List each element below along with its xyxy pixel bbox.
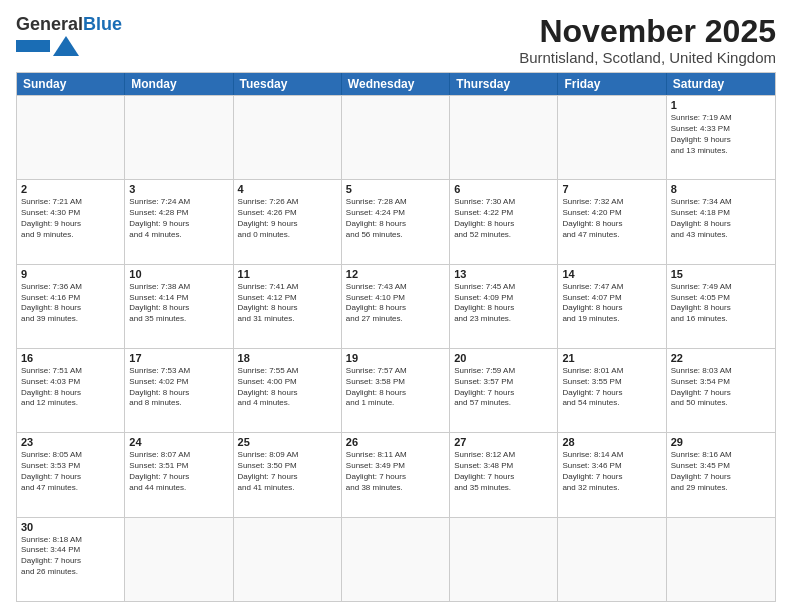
calendar-row-1: 2Sunrise: 7:21 AM Sunset: 4:30 PM Daylig… <box>17 179 775 263</box>
calendar-cell-2-5: 14Sunrise: 7:47 AM Sunset: 4:07 PM Dayli… <box>558 265 666 348</box>
calendar-cell-1-6: 8Sunrise: 7:34 AM Sunset: 4:18 PM Daylig… <box>667 180 775 263</box>
calendar-cell-1-2: 4Sunrise: 7:26 AM Sunset: 4:26 PM Daylig… <box>234 180 342 263</box>
day-info: Sunrise: 8:18 AM Sunset: 3:44 PM Dayligh… <box>21 535 120 578</box>
calendar-title: November 2025 <box>519 14 776 49</box>
day-number: 6 <box>454 183 553 195</box>
day-info: Sunrise: 7:30 AM Sunset: 4:22 PM Dayligh… <box>454 197 553 240</box>
day-info: Sunrise: 7:59 AM Sunset: 3:57 PM Dayligh… <box>454 366 553 409</box>
day-info: Sunrise: 7:24 AM Sunset: 4:28 PM Dayligh… <box>129 197 228 240</box>
day-info: Sunrise: 7:32 AM Sunset: 4:20 PM Dayligh… <box>562 197 661 240</box>
calendar-cell-0-3 <box>342 96 450 179</box>
calendar-cell-4-4: 27Sunrise: 8:12 AM Sunset: 3:48 PM Dayli… <box>450 433 558 516</box>
day-number: 14 <box>562 268 661 280</box>
calendar-cell-0-0 <box>17 96 125 179</box>
day-number: 18 <box>238 352 337 364</box>
day-number: 12 <box>346 268 445 280</box>
calendar-row-4: 23Sunrise: 8:05 AM Sunset: 3:53 PM Dayli… <box>17 432 775 516</box>
calendar-cell-4-6: 29Sunrise: 8:16 AM Sunset: 3:45 PM Dayli… <box>667 433 775 516</box>
calendar-cell-3-5: 21Sunrise: 8:01 AM Sunset: 3:55 PM Dayli… <box>558 349 666 432</box>
day-number: 13 <box>454 268 553 280</box>
calendar-cell-1-3: 5Sunrise: 7:28 AM Sunset: 4:24 PM Daylig… <box>342 180 450 263</box>
day-number: 25 <box>238 436 337 448</box>
calendar-subtitle: Burntisland, Scotland, United Kingdom <box>519 49 776 66</box>
calendar-cell-5-6 <box>667 518 775 601</box>
calendar-cell-1-1: 3Sunrise: 7:24 AM Sunset: 4:28 PM Daylig… <box>125 180 233 263</box>
header-sunday: Sunday <box>17 73 125 95</box>
day-number: 4 <box>238 183 337 195</box>
day-info: Sunrise: 7:38 AM Sunset: 4:14 PM Dayligh… <box>129 282 228 325</box>
calendar-cell-2-6: 15Sunrise: 7:49 AM Sunset: 4:05 PM Dayli… <box>667 265 775 348</box>
calendar-row-3: 16Sunrise: 7:51 AM Sunset: 4:03 PM Dayli… <box>17 348 775 432</box>
logo-icon-row <box>16 36 96 56</box>
day-info: Sunrise: 8:16 AM Sunset: 3:45 PM Dayligh… <box>671 450 771 493</box>
calendar-header: Sunday Monday Tuesday Wednesday Thursday… <box>17 73 775 95</box>
calendar-cell-4-0: 23Sunrise: 8:05 AM Sunset: 3:53 PM Dayli… <box>17 433 125 516</box>
calendar-cell-3-4: 20Sunrise: 7:59 AM Sunset: 3:57 PM Dayli… <box>450 349 558 432</box>
header: GeneralBlue November 2025 Burntisland, S… <box>16 14 776 66</box>
day-info: Sunrise: 7:26 AM Sunset: 4:26 PM Dayligh… <box>238 197 337 240</box>
day-number: 27 <box>454 436 553 448</box>
day-info: Sunrise: 7:53 AM Sunset: 4:02 PM Dayligh… <box>129 366 228 409</box>
calendar-cell-4-5: 28Sunrise: 8:14 AM Sunset: 3:46 PM Dayli… <box>558 433 666 516</box>
calendar-cell-3-3: 19Sunrise: 7:57 AM Sunset: 3:58 PM Dayli… <box>342 349 450 432</box>
day-number: 20 <box>454 352 553 364</box>
calendar-cell-1-5: 7Sunrise: 7:32 AM Sunset: 4:20 PM Daylig… <box>558 180 666 263</box>
day-number: 15 <box>671 268 771 280</box>
day-number: 16 <box>21 352 120 364</box>
day-number: 26 <box>346 436 445 448</box>
day-number: 24 <box>129 436 228 448</box>
blue-label: Blue <box>83 14 122 34</box>
day-number: 29 <box>671 436 771 448</box>
logo-triangle <box>53 36 79 56</box>
day-info: Sunrise: 8:14 AM Sunset: 3:46 PM Dayligh… <box>562 450 661 493</box>
day-info: Sunrise: 8:11 AM Sunset: 3:49 PM Dayligh… <box>346 450 445 493</box>
day-info: Sunrise: 7:51 AM Sunset: 4:03 PM Dayligh… <box>21 366 120 409</box>
page: GeneralBlue November 2025 Burntisland, S… <box>0 0 792 612</box>
logo-general-text: GeneralBlue <box>16 14 122 35</box>
calendar-row-2: 9Sunrise: 7:36 AM Sunset: 4:16 PM Daylig… <box>17 264 775 348</box>
day-number: 28 <box>562 436 661 448</box>
day-info: Sunrise: 7:28 AM Sunset: 4:24 PM Dayligh… <box>346 197 445 240</box>
calendar-cell-0-1 <box>125 96 233 179</box>
header-thursday: Thursday <box>450 73 558 95</box>
calendar-cell-0-2 <box>234 96 342 179</box>
calendar-cell-5-2 <box>234 518 342 601</box>
day-info: Sunrise: 8:01 AM Sunset: 3:55 PM Dayligh… <box>562 366 661 409</box>
day-info: Sunrise: 7:47 AM Sunset: 4:07 PM Dayligh… <box>562 282 661 325</box>
header-saturday: Saturday <box>667 73 775 95</box>
day-number: 7 <box>562 183 661 195</box>
calendar-cell-5-1 <box>125 518 233 601</box>
day-number: 1 <box>671 99 771 111</box>
calendar-cell-2-3: 12Sunrise: 7:43 AM Sunset: 4:10 PM Dayli… <box>342 265 450 348</box>
calendar-body: 1Sunrise: 7:19 AM Sunset: 4:33 PM Daylig… <box>17 95 775 601</box>
calendar-cell-2-1: 10Sunrise: 7:38 AM Sunset: 4:14 PM Dayli… <box>125 265 233 348</box>
calendar-cell-0-4 <box>450 96 558 179</box>
calendar: Sunday Monday Tuesday Wednesday Thursday… <box>16 72 776 602</box>
day-info: Sunrise: 8:09 AM Sunset: 3:50 PM Dayligh… <box>238 450 337 493</box>
day-number: 17 <box>129 352 228 364</box>
day-number: 9 <box>21 268 120 280</box>
day-info: Sunrise: 7:36 AM Sunset: 4:16 PM Dayligh… <box>21 282 120 325</box>
calendar-row-0: 1Sunrise: 7:19 AM Sunset: 4:33 PM Daylig… <box>17 95 775 179</box>
calendar-cell-4-3: 26Sunrise: 8:11 AM Sunset: 3:49 PM Dayli… <box>342 433 450 516</box>
calendar-cell-2-2: 11Sunrise: 7:41 AM Sunset: 4:12 PM Dayli… <box>234 265 342 348</box>
day-info: Sunrise: 7:41 AM Sunset: 4:12 PM Dayligh… <box>238 282 337 325</box>
calendar-row-5: 30Sunrise: 8:18 AM Sunset: 3:44 PM Dayli… <box>17 517 775 601</box>
calendar-cell-0-6: 1Sunrise: 7:19 AM Sunset: 4:33 PM Daylig… <box>667 96 775 179</box>
general-label: General <box>16 14 83 34</box>
day-info: Sunrise: 8:07 AM Sunset: 3:51 PM Dayligh… <box>129 450 228 493</box>
day-number: 10 <box>129 268 228 280</box>
day-info: Sunrise: 7:43 AM Sunset: 4:10 PM Dayligh… <box>346 282 445 325</box>
day-info: Sunrise: 7:19 AM Sunset: 4:33 PM Dayligh… <box>671 113 771 156</box>
calendar-cell-5-5 <box>558 518 666 601</box>
day-info: Sunrise: 8:05 AM Sunset: 3:53 PM Dayligh… <box>21 450 120 493</box>
logo-top: GeneralBlue <box>16 14 96 35</box>
calendar-cell-2-0: 9Sunrise: 7:36 AM Sunset: 4:16 PM Daylig… <box>17 265 125 348</box>
day-info: Sunrise: 7:57 AM Sunset: 3:58 PM Dayligh… <box>346 366 445 409</box>
calendar-cell-5-4 <box>450 518 558 601</box>
day-number: 19 <box>346 352 445 364</box>
day-number: 3 <box>129 183 228 195</box>
day-number: 2 <box>21 183 120 195</box>
calendar-cell-1-0: 2Sunrise: 7:21 AM Sunset: 4:30 PM Daylig… <box>17 180 125 263</box>
day-number: 22 <box>671 352 771 364</box>
